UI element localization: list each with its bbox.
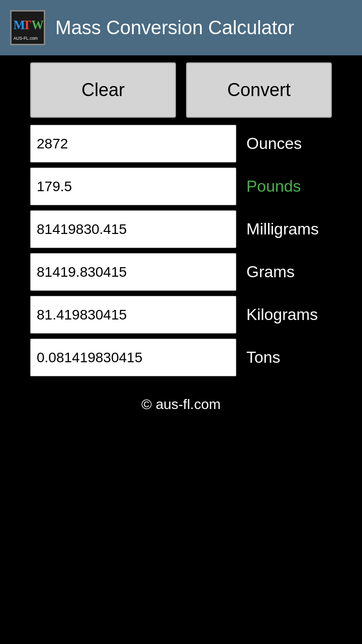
label-grams: Grams bbox=[236, 263, 332, 281]
svg-text:T: T bbox=[23, 18, 31, 32]
label-tons: Tons bbox=[236, 348, 332, 367]
input-tons[interactable] bbox=[30, 339, 236, 376]
input-pounds[interactable] bbox=[30, 168, 236, 205]
conversion-row-pounds: Pounds bbox=[30, 168, 332, 205]
app-title: Mass Conversion Calculator bbox=[55, 17, 294, 39]
svg-text:AUS-FL.com: AUS-FL.com bbox=[14, 36, 38, 41]
app-header: M T W AUS-FL.com Mass Conversion Calcula… bbox=[0, 0, 362, 55]
label-pounds: Pounds bbox=[236, 177, 332, 196]
svg-text:W: W bbox=[32, 18, 44, 32]
button-row: Clear Convert bbox=[0, 55, 362, 125]
input-ounces[interactable] bbox=[30, 125, 236, 163]
input-milligrams[interactable] bbox=[30, 210, 236, 248]
conversion-row-ounces: Ounces bbox=[30, 125, 332, 163]
footer: © aus-fl.com bbox=[0, 396, 362, 413]
app-logo-icon: M T W AUS-FL.com bbox=[10, 10, 45, 45]
clear-button[interactable]: Clear bbox=[30, 62, 176, 118]
convert-button[interactable]: Convert bbox=[186, 62, 332, 118]
conversion-row-milligrams: Milligrams bbox=[30, 210, 332, 248]
input-kilograms[interactable] bbox=[30, 296, 236, 334]
input-grams[interactable] bbox=[30, 253, 236, 291]
label-kilograms: Kilograms bbox=[236, 305, 332, 324]
conversion-row-grams: Grams bbox=[30, 253, 332, 291]
label-milligrams: Milligrams bbox=[236, 220, 332, 238]
conversion-list: OuncesPoundsMilligramsGramsKilogramsTons bbox=[0, 125, 362, 381]
conversion-row-tons: Tons bbox=[30, 339, 332, 376]
label-ounces: Ounces bbox=[236, 134, 332, 153]
copyright-text: © aus-fl.com bbox=[141, 396, 221, 412]
conversion-row-kilograms: Kilograms bbox=[30, 296, 332, 334]
